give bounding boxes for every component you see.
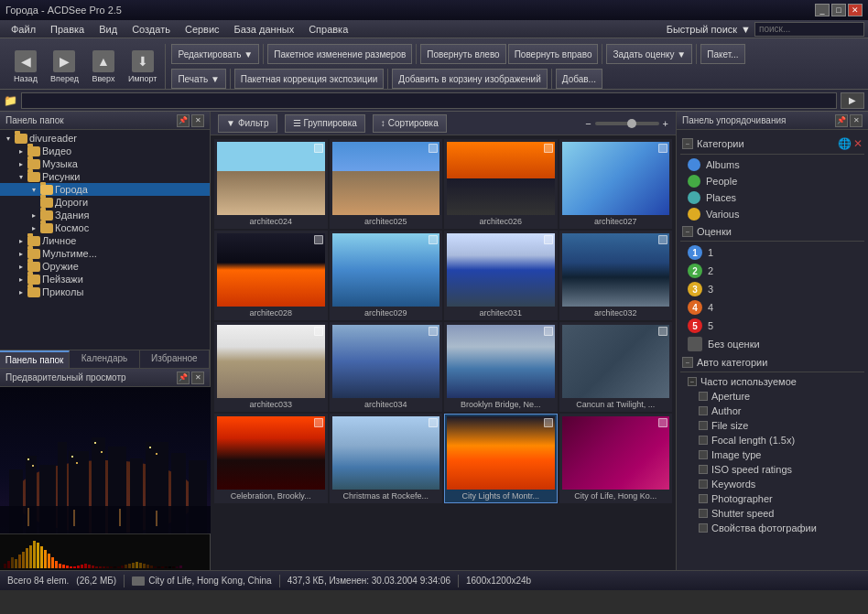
rotate-right-button[interactable]: Повернуть вправо [508,44,599,64]
category-albums[interactable]: Albums [680,156,864,173]
panel-pin-button[interactable]: 📌 [177,114,190,127]
thumbnail-item[interactable]: architec032 [559,231,673,320]
auto-cat-photo-props[interactable]: Свойства фотографии [680,521,864,535]
packet-button[interactable]: Пакет... [700,44,744,64]
menu-database[interactable]: База данных [227,22,302,37]
thumbnail-item[interactable]: architec034 [330,322,443,412]
tree-item-multimedia[interactable]: ▸ Мультиме... [0,247,210,260]
maximize-button[interactable]: □ [831,4,846,16]
tree-item-space[interactable]: ▸ Космос [0,221,210,234]
up-button[interactable]: ▲ Вверх [85,47,122,87]
zoom-track[interactable] [595,122,659,125]
tree-item-personal[interactable]: ▸ Личное [0,234,210,247]
group-button[interactable]: ☰ Группировка [285,114,365,133]
folder-tree[interactable]: ▾ divureader ▸ Видео ▸ Музыка ▾ Рисунки [0,130,210,350]
rotate-left-button[interactable]: Повернуть влево [420,44,505,64]
auto-categories-section-header[interactable]: − Авто категории [680,353,864,372]
categories-toggle[interactable]: − [682,138,693,149]
tree-item-music[interactable]: ▸ Музыка [0,157,210,170]
thumbnail-item[interactable]: City Lights of Montr... [444,414,558,503]
thumbnail-item[interactable]: Christmas at Rockefe... [330,414,443,503]
thumbnail-item[interactable]: Celebration, Brookly... [214,414,328,503]
category-places[interactable]: Places [680,189,864,206]
batch-size-button[interactable]: Пакетное изменение размеров [267,44,412,64]
tree-item-divureader[interactable]: ▾ divureader [0,132,210,145]
rate-button[interactable]: Задать оценку ▼ [606,44,692,64]
auto-cat-author[interactable]: Author [680,404,864,418]
thumbnail-item[interactable]: architec026 [444,139,558,229]
thumbnail-item[interactable]: architec025 [330,139,443,229]
tab-favorites[interactable]: Избранное [140,350,210,368]
thumbnail-item[interactable]: City of Life, Hong Ko... [559,414,673,503]
menu-tools[interactable]: Сервис [178,22,227,37]
tree-item-pictures[interactable]: ▾ Рисунки [0,170,210,183]
auto-cat-iso[interactable]: ISO speed ratings [680,462,864,477]
tab-folders[interactable]: Панель папок [0,350,70,368]
edit-dropdown-button[interactable]: Редактировать ▼ [171,44,259,64]
panel-close-button[interactable]: ✕ [191,114,204,127]
tree-item-buildings[interactable]: ▸ Здания [0,209,210,221]
category-people[interactable]: People [680,173,864,189]
category-globe-icon[interactable]: 🌐 [838,137,852,150]
rating-1[interactable]: 1 1 [680,243,864,262]
thumbnail-item[interactable]: architec028 [214,231,328,320]
thumbnail-item[interactable]: architec029 [330,231,443,320]
minimize-button[interactable]: _ [815,4,830,16]
preview-pin-button[interactable]: 📌 [177,372,190,384]
auto-cat-filesize[interactable]: File size [680,418,864,433]
print-dropdown-button[interactable]: Печать ▼ [171,69,225,89]
ratings-section-header[interactable]: − Оценки [680,222,864,242]
auto-cat-keywords[interactable]: Keywords [680,477,864,491]
panel-close-button[interactable]: ✕ [850,114,863,127]
tree-item-landscapes[interactable]: ▸ Пейзажи [0,273,210,285]
menu-view[interactable]: Вид [92,22,125,37]
menu-help[interactable]: Справка [301,22,355,37]
auto-cat-imgtype[interactable]: Image type [680,447,864,462]
thumbnail-item[interactable]: architec027 [559,139,673,229]
zoom-plus-icon[interactable]: + [663,118,668,129]
auto-categories-toggle[interactable]: − [682,357,693,368]
thumbnail-item[interactable]: Cancun at Twilight, ... [559,322,673,412]
thumbnail-item[interactable]: architec024 [214,139,328,229]
import-button[interactable]: ⬇ Импорт [124,47,161,87]
tree-item-roads[interactable]: Дороги [0,196,210,209]
category-various[interactable]: Various [680,206,864,222]
menu-file[interactable]: Файл [4,22,43,37]
categories-section-header[interactable]: − Категории 🌐 ✕ [680,134,864,155]
category-delete-icon[interactable]: ✕ [853,137,863,150]
batch-exp-button[interactable]: Пакетная коррекция экспозиции [234,69,384,89]
thumbnail-item[interactable]: architec033 [214,322,328,412]
panel-pin-button[interactable]: 📌 [835,114,848,127]
rating-5[interactable]: 5 5 [680,317,864,335]
preview-close-button[interactable]: ✕ [191,372,204,384]
thumbnail-item[interactable]: architec031 [444,231,558,320]
close-button[interactable]: ✕ [848,4,863,16]
zoom-minus-icon[interactable]: − [585,118,591,129]
tree-item-jokes[interactable]: ▸ Приколы [0,285,210,298]
tree-item-weapons[interactable]: ▸ Оружие [0,260,210,273]
address-input[interactable]: D:\Мои документы\Рисунки\Города [21,92,837,109]
zoom-thumb[interactable] [627,119,636,128]
auto-cat-shutter[interactable]: Shutter speed [680,506,864,521]
rating-4[interactable]: 4 4 [680,298,864,317]
go-button[interactable]: ▶ [841,92,864,109]
search-input[interactable] [754,22,864,37]
back-button[interactable]: ◀ Назад [7,47,44,87]
forward-button[interactable]: ▶ Вперед [46,47,83,87]
auto-cat-focal[interactable]: Focal length (1.5x) [680,433,864,447]
auto-cat-aperture[interactable]: Aperture [680,389,864,404]
add-basket-button[interactable]: Добавить в корзину изображений [392,69,547,89]
tree-item-video[interactable]: ▸ Видео [0,145,210,157]
sort-button[interactable]: ↕ Сортировка [373,114,447,133]
rating-3[interactable]: 3 3 [680,280,864,298]
auto-cat-common-header[interactable]: − Часто используемое [680,374,864,389]
rating-2[interactable]: 2 2 [680,262,864,280]
menu-edit[interactable]: Правка [43,22,92,37]
tree-item-cities[interactable]: ▾ Города [0,183,210,196]
ratings-toggle[interactable]: − [682,226,693,237]
auto-cat-photographer[interactable]: Photographer [680,491,864,506]
thumbnail-item[interactable]: Brooklyn Bridge, Ne... [444,322,558,412]
menu-create[interactable]: Создать [125,22,178,37]
filter-button[interactable]: ▼ Фильтр [218,114,277,133]
tab-calendar[interactable]: Календарь [70,350,139,368]
